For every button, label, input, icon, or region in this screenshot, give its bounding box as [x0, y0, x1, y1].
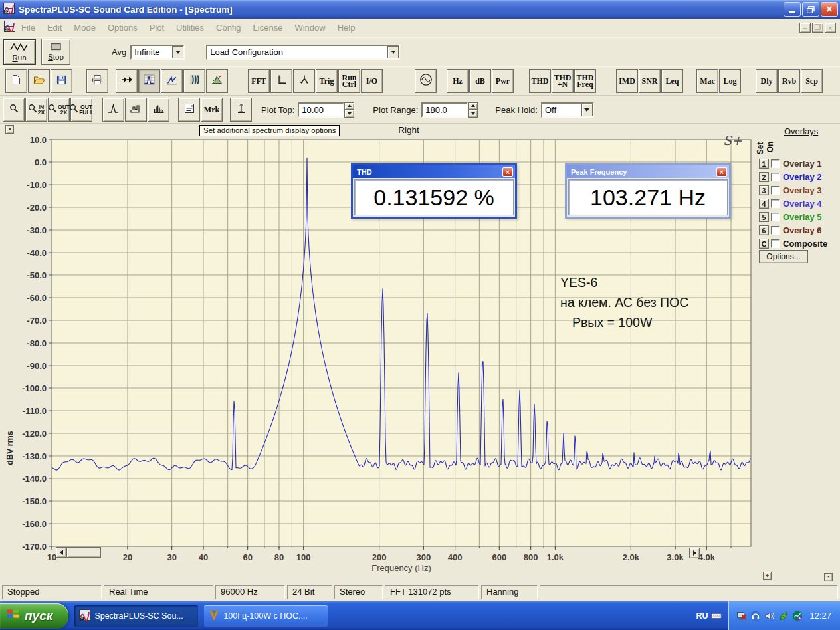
minimize-button[interactable]	[784, 2, 801, 17]
input-settings-button[interactable]	[293, 69, 315, 93]
corner-resize-button[interactable]: ▪	[824, 573, 833, 581]
menu-mode[interactable]: Mode	[68, 23, 102, 33]
close-icon[interactable]: ×	[502, 167, 513, 177]
overlay-set-button-2[interactable]: 2	[759, 172, 769, 182]
averaging-select[interactable]: Infinite	[130, 45, 185, 60]
menu-plot[interactable]: Plot	[144, 23, 170, 33]
language-indicator[interactable]: RU	[696, 611, 708, 621]
delay-button[interactable]: Dly	[756, 69, 778, 93]
io-settings-button[interactable]: I/O	[361, 69, 383, 93]
signal-generator-button[interactable]	[415, 69, 437, 93]
logging-button[interactable]: Log	[719, 69, 741, 93]
overlay-set-button-5[interactable]: 5	[759, 212, 769, 222]
overlay-set-button-c[interactable]: C	[759, 239, 769, 249]
overlay-on-checkbox-6[interactable]	[771, 226, 780, 235]
spinner-up-icon[interactable]	[344, 102, 354, 110]
menu-options[interactable]: Options	[102, 23, 144, 33]
overlay-on-checkbox-c[interactable]	[771, 239, 780, 248]
peak-frequency-titlebar[interactable]: Peak Frequency ×	[567, 165, 729, 178]
overlays-options-button[interactable]: Options...	[759, 250, 808, 263]
snr-button[interactable]: SNR	[639, 69, 661, 93]
peak-display-button[interactable]	[102, 98, 124, 122]
display-options-button[interactable]	[178, 98, 200, 122]
start-button[interactable]: пуск	[0, 603, 68, 629]
menu-utilities[interactable]: Utilities	[170, 23, 210, 33]
expand-plot-button[interactable]: +	[763, 572, 772, 580]
scroll-left-button[interactable]	[56, 547, 66, 558]
taskbar-task-button[interactable]: SCSpectraPLUS-SC Sou...	[74, 605, 198, 627]
save-file-button[interactable]	[51, 69, 72, 93]
zoom-in-2x-button[interactable]: IN 2X	[25, 98, 47, 122]
surface-view-button[interactable]	[206, 69, 228, 93]
plot-top-input[interactable]	[298, 102, 344, 118]
macro-button[interactable]: Mac	[696, 69, 718, 93]
mdi-restore-button[interactable]: ❒	[812, 23, 823, 33]
playback-speed-button[interactable]	[116, 69, 138, 93]
zoom-button[interactable]	[3, 98, 25, 122]
decibel-units-button[interactable]: dB	[469, 69, 491, 93]
overlays-header[interactable]: Overlays	[784, 126, 818, 136]
menu-license[interactable]: License	[247, 23, 289, 33]
amplitude-range-button[interactable]	[230, 98, 252, 122]
run-control-button[interactable]: Run Ctrl	[338, 69, 360, 93]
pane-splitter-button[interactable]	[5, 125, 14, 134]
line-display-button[interactable]	[125, 98, 147, 122]
peak-hold-select[interactable]: Off	[541, 102, 594, 118]
scrollbar-thumb[interactable]	[66, 547, 101, 558]
scope-button[interactable]: Scp	[801, 69, 823, 93]
chevron-down-icon[interactable]	[581, 104, 593, 116]
menu-help[interactable]: Help	[332, 23, 362, 33]
open-file-button[interactable]	[28, 69, 50, 93]
chevron-down-icon[interactable]	[172, 46, 183, 58]
spectrogram-view-button[interactable]	[183, 69, 205, 93]
overlay-set-button-1[interactable]: 1	[759, 159, 769, 169]
print-button[interactable]	[86, 69, 108, 93]
reverb-button[interactable]: Rvb	[778, 69, 800, 93]
monitor-chart-icon[interactable]	[792, 611, 803, 621]
menu-config[interactable]: Config	[210, 23, 247, 33]
stop-button[interactable]: Stop	[41, 39, 70, 65]
keyboard-icon[interactable]	[711, 611, 722, 621]
imd-button[interactable]: IMD	[616, 69, 638, 93]
overlay-set-button-3[interactable]: 3	[759, 185, 769, 195]
plot-top-spinner[interactable]	[344, 102, 354, 118]
fft-settings-button[interactable]: FFT	[248, 69, 270, 93]
scaling-settings-button[interactable]	[270, 69, 292, 93]
peak-frequency-window[interactable]: Peak Frequency × 103.271 Hz	[565, 163, 731, 219]
trigger-settings-button[interactable]: Trig	[316, 69, 338, 93]
thd-window[interactable]: THD × 0.131592 %	[351, 163, 517, 219]
spinner-down-icon[interactable]	[344, 110, 354, 118]
thd-plus-n-button[interactable]: THD +N	[552, 69, 574, 93]
zoom-out-2x-button[interactable]: OUT 2X	[48, 98, 70, 122]
overlay-set-button-4[interactable]: 4	[759, 199, 769, 209]
new-file-button[interactable]	[5, 69, 27, 93]
leq-button[interactable]: Leq	[661, 69, 683, 93]
overlay-on-checkbox-5[interactable]	[771, 213, 780, 221]
load-configuration-select[interactable]: Load Configuration	[206, 45, 400, 60]
overlay-on-checkbox-1[interactable]	[771, 159, 780, 168]
overlay-on-checkbox-4[interactable]	[771, 199, 780, 208]
plot-range-spinner[interactable]	[468, 102, 478, 118]
spinner-up-icon[interactable]	[468, 102, 478, 110]
menu-file[interactable]: File	[15, 23, 41, 33]
frequency-units-button[interactable]: Hz	[447, 69, 469, 93]
time-series-view-button[interactable]	[161, 69, 183, 93]
thd-window-titlebar[interactable]: THD ×	[353, 165, 515, 178]
run-button[interactable]: Run	[3, 39, 36, 65]
menu-window[interactable]: Window	[288, 23, 331, 33]
overlay-on-checkbox-2[interactable]	[771, 173, 780, 181]
plot-range-input[interactable]	[421, 102, 468, 118]
close-button[interactable]: ×	[821, 2, 838, 17]
utility-icon[interactable]	[778, 611, 789, 621]
taskbar-task-button[interactable]: 100Гц-100W с ПОС....	[204, 605, 328, 627]
menu-edit[interactable]: Edit	[41, 23, 68, 33]
restore-button[interactable]	[802, 2, 819, 17]
markers-button[interactable]: Mrk	[201, 98, 223, 122]
chevron-down-icon[interactable]	[387, 46, 399, 58]
mdi-minimize-button[interactable]: –	[799, 23, 811, 33]
headset-icon[interactable]	[750, 611, 761, 621]
overlay-set-button-6[interactable]: 6	[759, 225, 769, 235]
scroll-right-button[interactable]	[689, 548, 700, 558]
thd-freq-button[interactable]: THD Freq	[574, 69, 596, 93]
bar-display-button[interactable]	[148, 98, 169, 122]
